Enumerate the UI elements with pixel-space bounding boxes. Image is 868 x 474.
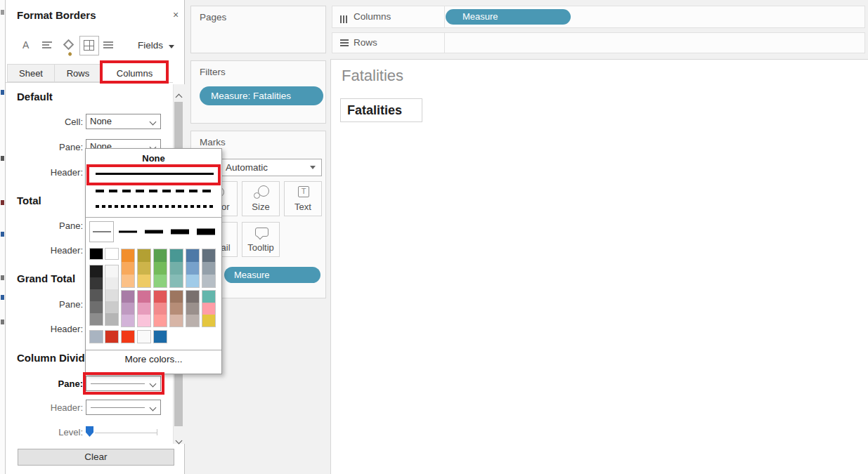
worksheet-area: Fatalities Fatalities [330,59,868,474]
color-swatch[interactable] [105,301,118,313]
color-swatch[interactable] [154,262,167,275]
section-heading-total: Total [17,195,41,206]
color-swatch[interactable] [90,277,103,289]
color-swatch[interactable] [105,265,118,277]
marks-pill-measure[interactable]: Measure [224,267,320,283]
total-pane-label: Pane: [17,220,83,231]
color-swatch[interactable] [122,303,134,315]
color-swatch[interactable] [154,315,167,327]
color-swatch[interactable] [90,313,103,325]
color-swatch[interactable] [154,331,167,343]
divider-header-dropdown[interactable] [86,400,161,415]
borders-icon-selected-frame[interactable] [79,36,99,55]
color-swatch[interactable] [122,331,134,343]
color-swatch[interactable] [105,277,118,289]
color-swatch[interactable] [90,301,103,313]
color-swatch[interactable] [138,275,150,287]
color-swatch[interactable] [105,313,118,325]
thickness-option-4[interactable] [167,221,192,242]
color-swatch[interactable] [122,315,134,327]
thickness-option-2[interactable] [115,221,140,242]
color-swatch[interactable] [105,249,118,259]
clear-button[interactable]: Clear [18,449,174,466]
border-option-dashed[interactable] [86,184,221,198]
text-icon: T [298,186,309,197]
color-swatch[interactable] [170,291,183,303]
color-swatch[interactable] [170,315,183,327]
tooltip-button[interactable]: Tooltip [242,222,280,257]
color-swatch[interactable] [170,303,183,315]
color-swatch[interactable] [170,275,183,287]
color-swatch[interactable] [170,249,183,262]
more-colors-option[interactable]: More colors... [86,354,221,364]
color-swatch[interactable] [186,262,199,275]
color-swatch[interactable] [186,315,199,327]
color-swatch[interactable] [186,291,199,303]
text-button[interactable]: T Text [284,181,322,216]
level-slider-track[interactable] [95,433,157,433]
color-swatch[interactable] [90,331,103,343]
columns-pill-measure[interactable]: Measure [446,9,571,25]
color-swatch[interactable] [202,249,215,262]
color-swatch[interactable] [138,331,150,343]
level-label: Level: [17,427,83,437]
color-swatch[interactable] [138,262,150,275]
alignment-icon[interactable] [42,41,52,50]
color-swatch[interactable] [154,275,167,287]
color-swatch[interactable] [122,249,134,262]
color-swatch[interactable] [202,303,215,315]
pages-card: Pages [190,6,326,53]
chevron-down-icon [150,404,157,412]
color-swatch[interactable] [90,265,103,277]
chevron-down-icon [150,119,157,126]
close-icon[interactable]: × [173,9,179,20]
color-swatch[interactable] [105,331,118,343]
chevron-down-icon [169,45,174,48]
color-swatch[interactable] [138,249,150,262]
rows-shelf[interactable]: Rows [332,32,865,53]
color-swatch[interactable] [202,315,215,327]
scroll-down-icon[interactable] [176,433,181,446]
lines-icon[interactable] [103,41,113,50]
color-swatch[interactable] [138,315,150,327]
font-icon[interactable]: A [22,39,29,51]
color-swatch[interactable] [202,291,215,303]
level-slider-thumb[interactable] [86,426,93,437]
grand-total-header-label: Header: [17,324,83,334]
size-button[interactable]: Size [242,181,280,216]
column-header-cell[interactable]: Fatalities [340,98,422,122]
color-swatch[interactable] [122,275,134,287]
fields-button[interactable]: Fields [138,40,174,51]
total-header-label: Header: [17,245,83,256]
color-swatch[interactable] [154,249,167,262]
color-swatch[interactable] [105,289,118,301]
scroll-up-icon[interactable] [176,90,181,103]
color-swatch[interactable] [186,275,199,287]
color-swatch[interactable] [138,303,150,315]
color-swatch[interactable] [154,291,167,303]
color-swatch[interactable] [154,303,167,315]
color-swatch[interactable] [138,291,150,303]
border-option-dotted[interactable] [86,199,221,213]
color-swatch[interactable] [186,249,199,262]
tab-sheet[interactable]: Sheet [7,64,55,82]
color-swatch[interactable] [202,275,215,287]
cell-dropdown[interactable]: None [86,114,161,129]
columns-shelf[interactable]: Columns Measure [332,6,865,28]
color-swatch[interactable] [170,262,183,275]
tab-rows[interactable]: Rows [54,64,102,82]
header-label: Header: [17,167,83,178]
color-swatch[interactable] [186,303,199,315]
border-option-none[interactable]: None [86,153,221,164]
color-swatch[interactable] [122,262,134,275]
color-swatch[interactable] [90,289,103,301]
thickness-option-5[interactable] [193,221,218,242]
thickness-option-3[interactable] [141,221,166,242]
panel-title: Format Borders [17,9,96,21]
color-swatch[interactable] [202,262,215,275]
thickness-option-1[interactable] [89,221,114,242]
color-swatch[interactable] [122,291,134,303]
shading-icon[interactable] [65,41,72,48]
filter-pill-measure-fatalities[interactable]: Measure: Fatalities [200,86,323,105]
color-swatch[interactable] [90,249,103,259]
